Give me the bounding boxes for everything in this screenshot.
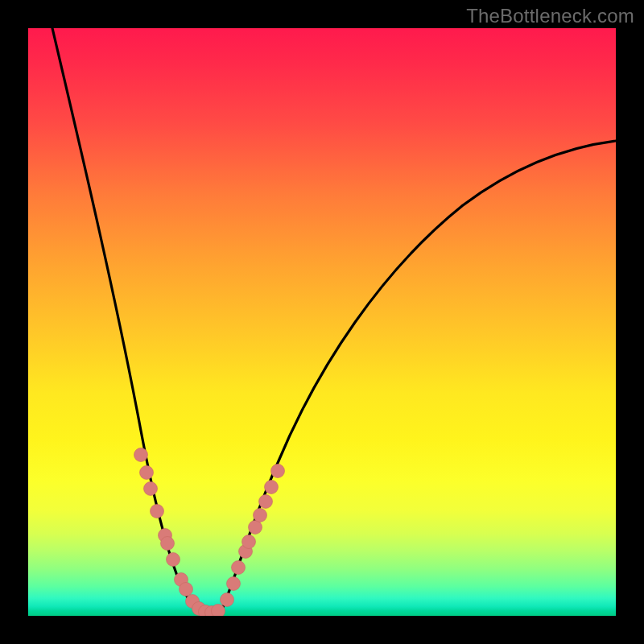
plot-area (28, 28, 616, 616)
marker-dot (151, 505, 164, 518)
marker-dot (259, 495, 273, 509)
marker-dot (232, 561, 246, 575)
marker-dot (144, 482, 158, 496)
marker-dot (134, 448, 148, 462)
marker-dot (161, 537, 175, 551)
marker-dot (167, 553, 180, 567)
marker-dot (140, 466, 154, 480)
chart-frame: TheBottleneck.com (0, 0, 644, 644)
curve-layer (28, 28, 616, 616)
marker-dot (271, 464, 285, 478)
left-limb-path (52, 28, 201, 612)
right-limb-path (221, 141, 616, 611)
marker-group (134, 448, 285, 617)
marker-dot (212, 605, 225, 617)
marker-dot (180, 583, 193, 597)
marker-dot (254, 509, 267, 522)
marker-dot (265, 481, 279, 494)
marker-dot (242, 535, 256, 549)
watermark-text: TheBottleneck.com (466, 5, 634, 27)
marker-dot (221, 593, 234, 607)
marker-dot (249, 521, 262, 535)
marker-dot (227, 577, 241, 591)
